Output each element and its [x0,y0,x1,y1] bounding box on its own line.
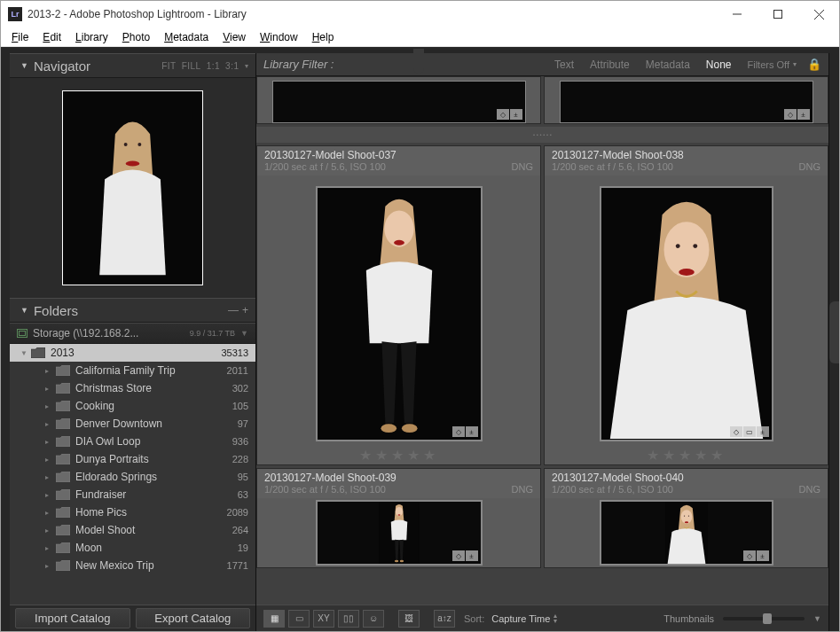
svg-point-6 [126,161,140,167]
menu-bar: FileEditLibraryPhotoMetadataViewWindowHe… [1,27,839,47]
badge-icon: ◇ [784,109,797,120]
thumbnail-cell[interactable]: 20130127-Model Shoot-0381/200 sec at f /… [544,145,828,465]
folder-item[interactable]: ▸Home Pics2089 [10,503,255,521]
svg-point-12 [381,424,396,433]
svg-rect-1 [774,11,782,19]
cell-format: DNG [799,161,820,172]
filter-tab-text[interactable]: Text [549,57,579,73]
menu-file[interactable]: File [4,29,35,45]
folders-header[interactable]: ▼ Folders — + [10,298,255,323]
filter-tab-metadata[interactable]: Metadata [640,57,695,73]
rating-stars[interactable]: ★★★★★ [545,447,828,464]
svg-point-11 [394,240,404,246]
folder-root[interactable]: ▼201335313 [10,344,255,362]
nav-zoom-3:1[interactable]: 3:1 [225,61,239,71]
filter-label: Library Filter : [263,58,334,71]
thumbnail-grid[interactable]: ◇±◇±• • • • • •20130127-Model Shoot-0371… [256,76,828,605]
svg-point-27 [683,515,684,516]
thumbnail-cell[interactable]: 20130127-Model Shoot-0401/200 sec at f /… [544,468,828,568]
right-panel-handle[interactable] [829,301,839,363]
minus-icon[interactable]: — [228,304,239,316]
menu-window[interactable]: Window [253,29,305,45]
row-separator: • • • • • • [256,127,828,143]
maximize-button[interactable] [758,1,798,27]
survey-view-button[interactable]: ▯▯ [338,610,359,628]
menu-help[interactable]: Help [305,29,341,45]
folder-item[interactable]: ▸Christmas Store302 [10,379,255,397]
chevron-down-icon[interactable]: ▾ [793,60,797,68]
folder-item[interactable]: ▸New Mexico Trip1771 [10,557,255,574]
menu-photo[interactable]: Photo [115,29,157,45]
filter-tab-none[interactable]: None [701,57,737,73]
cell-filename: 20130127-Model Shoot-039 [264,472,533,484]
folder-item[interactable]: ▸Model Shoot264 [10,521,255,539]
nav-zoom-fit[interactable]: FIT [161,61,177,71]
compare-view-button[interactable]: XY [313,610,334,628]
rating-stars[interactable]: ★★★★★ [257,447,540,464]
app-icon: Lr [8,7,22,21]
thumbnail-size-slider[interactable] [723,617,805,620]
filters-off-label[interactable]: Filters Off [748,59,789,70]
folder-icon [31,347,45,358]
folder-icon [56,401,70,411]
navigator-label: Navigator [34,59,161,74]
folder-item[interactable]: ▸Moon19 [10,539,255,557]
storage-drive[interactable]: Storage (\\192.168.2... 9.9 / 31.7 TB ▼ [10,323,255,344]
cell-exposure: 1/200 sec at f / 5.6, ISO 100 [264,161,386,172]
chevron-down-icon[interactable]: ▼ [240,329,248,338]
folder-item[interactable]: ▸Fundraiser63 [10,486,255,503]
top-panel-handle[interactable] [413,49,424,74]
sort-direction-button[interactable]: a↕z [434,610,455,628]
loupe-view-button[interactable]: ▭ [288,610,310,628]
painter-tool-button[interactable]: 🖼 [398,610,420,628]
grid-view-button[interactable]: ▦ [263,610,285,628]
nav-zoom-1:1[interactable]: 1:1 [207,61,220,71]
svg-point-28 [687,515,688,516]
cell-exposure: 1/200 sec at f / 5.6, ISO 100 [552,484,673,495]
import-catalog-button[interactable]: Import Catalog [15,608,130,628]
left-panel: ▼ Navigator FITFILL1:13:1▾ [10,53,256,631]
folder-item[interactable]: ▸Denver Downtown97 [10,415,255,433]
folder-icon [56,383,70,394]
window-title: 2013-2 - Adobe Photoshop Lightroom - Lib… [27,8,717,20]
cell-filename: 20130127-Model Shoot-037 [264,149,533,161]
menu-edit[interactable]: Edit [35,29,68,45]
menu-library[interactable]: Library [68,29,115,45]
folder-item[interactable]: ▸California Family Trip2011 [10,362,255,379]
menu-metadata[interactable]: Metadata [157,29,216,45]
folder-item[interactable]: ▸Eldorado Springs95 [10,468,255,486]
folder-icon [56,525,70,535]
folder-item[interactable]: ▸Dunya Portraits228 [10,450,255,468]
collapse-icon: ▼ [20,306,28,315]
folder-item[interactable]: ▸DIA Owl Loop936 [10,433,255,450]
badge-icon: ± [757,550,769,561]
svg-point-13 [401,424,417,433]
thumbnail-cell[interactable]: 20130127-Model Shoot-0371/200 sec at f /… [256,145,541,465]
thumbnail-cell[interactable]: 20130127-Model Shoot-0391/200 sec at f /… [256,468,541,568]
folder-item[interactable]: ▸Cooking105 [10,397,255,415]
nav-zoom-fill[interactable]: FILL [182,61,201,71]
minimize-button[interactable] [717,1,758,27]
toolbar-menu-icon[interactable]: ▼ [813,614,821,623]
cell-format: DNG [799,484,820,495]
sort-dropdown[interactable]: Capture Time▴▾ [491,613,557,624]
folder-icon [56,418,70,429]
folder-icon [56,489,70,500]
thumbnail-cell[interactable]: ◇± [544,76,828,124]
navigator-header[interactable]: ▼ Navigator FITFILL1:13:1▾ [10,53,255,78]
folder-icon [56,472,70,482]
people-view-button[interactable]: ☺ [363,610,384,628]
close-button[interactable] [798,1,839,27]
menu-view[interactable]: View [216,29,253,45]
export-catalog-button[interactable]: Export Catalog [136,608,251,628]
filter-tab-attribute[interactable]: Attribute [585,57,635,73]
badge-icon: ◇ [497,109,509,120]
badge-icon: ◇ [730,426,742,437]
folders-label: Folders [34,303,228,318]
lock-icon[interactable]: 🔒 [807,58,821,71]
thumbnail-cell[interactable]: ◇± [256,76,541,124]
badge-icon: ◇ [743,550,756,561]
plus-icon[interactable]: + [242,304,248,316]
badge-icon: ± [466,426,478,437]
navigator-preview[interactable] [10,78,255,298]
